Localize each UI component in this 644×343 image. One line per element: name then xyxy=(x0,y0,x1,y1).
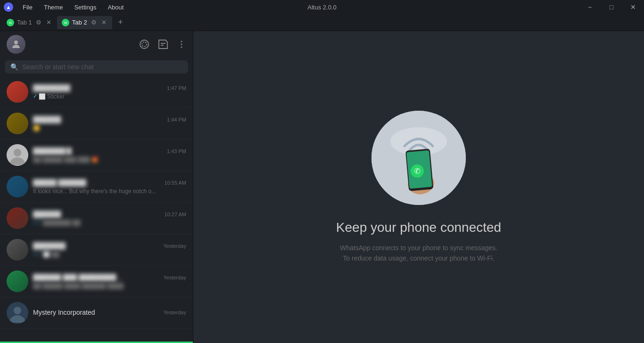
minimize-button[interactable]: − xyxy=(579,0,601,14)
list-item[interactable]: ███████'█ 1:43 PM ██ █████ ███ ███ 🎁 xyxy=(0,139,193,171)
preview-text: ██ █████ ████ ██████ ████ xyxy=(33,283,124,289)
svg-point-6 xyxy=(142,42,147,47)
chat-info: █████ ██████ 10:55 AM It looks nice... B… xyxy=(33,179,186,195)
chat-name: ██████ xyxy=(33,211,61,218)
chat-time: Yesterday xyxy=(163,243,186,249)
chat-name: ████████ xyxy=(33,84,70,92)
chat-top: █████ ██████ 10:55 AM xyxy=(33,179,186,187)
chat-info: ███████'█ 1:43 PM ██ █████ ███ ███ 🎁 xyxy=(33,147,186,163)
tab2-close-icon[interactable]: ✕ xyxy=(100,18,107,27)
sidebar-actions xyxy=(139,39,186,49)
avatar xyxy=(7,207,28,229)
tab1-label: Tab 1 xyxy=(17,19,32,26)
svg-point-13 xyxy=(14,149,21,156)
chat-time: Yesterday xyxy=(163,275,186,280)
tab-1[interactable]: W Tab 1 ⚙ ✕ xyxy=(2,16,57,29)
search-input[interactable] xyxy=(22,63,182,71)
tab2-settings-icon[interactable]: ⚙ xyxy=(90,18,98,27)
svg-point-11 xyxy=(181,47,182,48)
avatar xyxy=(7,270,28,292)
keep-connected-title: Keep your phone connected xyxy=(336,220,501,235)
search-icon: 🔍 xyxy=(10,63,18,71)
chat-preview: ✓ ⬜ Sticker xyxy=(33,93,186,100)
avatar xyxy=(7,144,28,166)
window-title: Altus 2.0.0 xyxy=(307,4,336,11)
chat-top: ███████'█ 1:43 PM xyxy=(33,147,186,155)
app-logo: ▲ xyxy=(4,2,13,12)
keep-connected-subtitle: WhatsApp connects to your phone to sync … xyxy=(339,243,499,264)
chat-top: ██████ 10:27 AM xyxy=(33,211,186,218)
chat-time: 10:27 AM xyxy=(165,212,186,217)
tab1-close-icon[interactable]: ✕ xyxy=(45,18,52,27)
chat-time: Yesterday xyxy=(163,310,186,315)
chat-top: ████████ 1:47 PM xyxy=(33,84,186,92)
chat-name: █████ ██████ xyxy=(33,179,86,187)
chat-list: ████████ 1:47 PM ✓ ⬜ Sticker ██████ xyxy=(0,76,193,342)
preview-text: ███████ ██ xyxy=(43,220,81,226)
chat-preview: ██ █████ ████ ██████ ████ xyxy=(33,283,186,289)
list-item[interactable]: Mystery Incorporated Yesterday xyxy=(0,297,193,329)
tab2-label: Tab 2 xyxy=(72,19,87,26)
avatar xyxy=(7,302,28,324)
chat-info: ██████ 1:44 PM 🟡 xyxy=(33,116,186,131)
chat-name: ██████ xyxy=(33,116,61,123)
chat-preview: ✓✓ ⬜ ██ xyxy=(33,251,186,258)
chat-top: ██████ 1:44 PM xyxy=(33,116,186,123)
chat-time: 1:43 PM xyxy=(167,148,186,154)
tab-2[interactable]: W Tab 2 ⚙ ✕ xyxy=(57,16,112,29)
list-item[interactable]: ████████ 1:47 PM ✓ ⬜ Sticker xyxy=(0,76,193,108)
chat-top: ██████ ███ █████████ 🟩 Yesterday xyxy=(33,274,186,281)
menu-items: File Theme Settings About xyxy=(17,2,579,13)
menu-theme[interactable]: Theme xyxy=(38,2,68,13)
svg-point-5 xyxy=(140,40,149,49)
avatar xyxy=(7,113,28,134)
tabbar: W Tab 1 ⚙ ✕ W Tab 2 ⚙ ✕ + xyxy=(0,14,644,31)
close-button[interactable]: ✕ xyxy=(622,0,644,14)
chat-info: ███████ Yesterday ✓✓ ⬜ ██ xyxy=(33,242,186,258)
menu-settings[interactable]: Settings xyxy=(68,2,102,13)
add-tab-button[interactable]: + xyxy=(114,16,127,29)
search-bar: 🔍 xyxy=(0,57,193,76)
chat-info: ██████ ███ █████████ 🟩 Yesterday ██ ████… xyxy=(33,274,186,289)
titlebar: ▲ File Theme Settings About Altus 2.0.0 … xyxy=(0,0,644,14)
svg-text:W: W xyxy=(9,21,12,24)
new-chat-icon[interactable] xyxy=(158,39,168,49)
preview-text: Sticker xyxy=(47,93,65,100)
sticker-icon: ⬜ xyxy=(39,93,46,100)
main-layout: 🔍 ████████ 1:47 PM ✓ ⬜ Sticker xyxy=(0,31,644,343)
list-item[interactable]: ██████ 1:44 PM 🟡 xyxy=(0,108,193,139)
tab1-settings-icon[interactable]: ⚙ xyxy=(35,18,42,27)
list-item[interactable]: ███████ Yesterday ✓✓ ⬜ ██ xyxy=(0,234,193,266)
maximize-button[interactable]: □ xyxy=(601,0,622,14)
svg-point-15 xyxy=(14,307,21,314)
list-item[interactable]: ██████ 10:27 AM ✓✓ ███████ ██ xyxy=(0,203,193,234)
check-icon: ✓ xyxy=(33,93,37,99)
chat-name: Mystery Incorporated xyxy=(33,309,95,316)
chat-preview: ██ █████ ███ ███ 🎁 xyxy=(33,156,186,163)
list-item[interactable]: ██████ ███ █████████ 🟩 Yesterday ██ ████… xyxy=(0,266,193,297)
chat-preview: ✓✓ ███████ ██ xyxy=(33,220,186,226)
menu-file[interactable]: File xyxy=(17,2,38,13)
window-controls: − □ ✕ xyxy=(579,0,644,14)
chat-info: ██████ 10:27 AM ✓✓ ███████ ██ xyxy=(33,211,186,226)
menu-about[interactable]: About xyxy=(102,2,129,13)
preview-text: ⬜ ██ xyxy=(43,251,59,258)
double-check-icon: ✓✓ xyxy=(33,220,41,226)
user-avatar[interactable] xyxy=(7,35,25,54)
avatar xyxy=(7,239,28,261)
chat-time: 1:47 PM xyxy=(167,85,186,91)
svg-point-10 xyxy=(181,44,182,45)
chat-top: Mystery Incorporated Yesterday xyxy=(33,309,186,316)
chat-top: ███████ Yesterday xyxy=(33,242,186,250)
content-area: ✆ Keep your phone connected WhatsApp con… xyxy=(193,31,644,343)
tab1-whatsapp-icon: W xyxy=(7,19,14,26)
preview-text: 🟡 xyxy=(33,125,40,131)
chat-info: Mystery Incorporated Yesterday xyxy=(33,309,186,318)
chat-time: 1:44 PM xyxy=(167,117,186,122)
svg-point-9 xyxy=(181,41,182,42)
chat-info: ████████ 1:47 PM ✓ ⬜ Sticker xyxy=(33,84,186,100)
phone-illustration: ✆ xyxy=(372,111,466,205)
list-item[interactable]: █████ ██████ 10:55 AM It looks nice... B… xyxy=(0,171,193,203)
status-icon[interactable] xyxy=(139,39,149,49)
menu-icon[interactable] xyxy=(177,40,186,49)
